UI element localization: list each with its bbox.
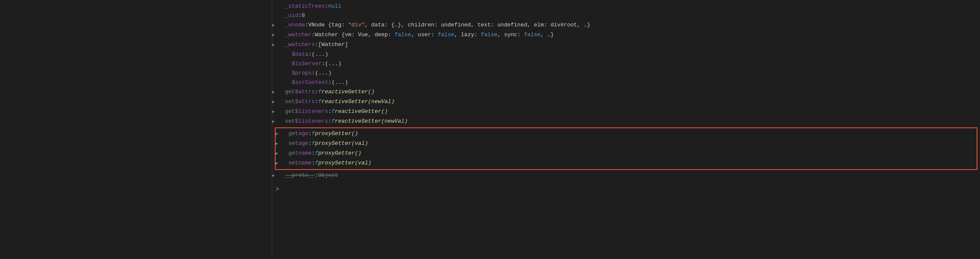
value: (...)	[315, 69, 332, 78]
expand-arrow[interactable]	[276, 159, 282, 168]
expand-arrow[interactable]	[272, 98, 278, 107]
func-keyword: f	[318, 87, 322, 97]
prop-name-name: name	[298, 158, 311, 168]
prop-name: _uid	[285, 11, 298, 20]
code-line: get $listeners : f reactiveGetter()	[272, 107, 980, 117]
func-name: reactiveGetter()	[322, 87, 375, 97]
colon: :	[308, 139, 312, 148]
expand-arrow[interactable]	[272, 107, 278, 117]
console-prompt-icon[interactable]: >	[276, 186, 279, 193]
bottom-prompt-line: >	[272, 184, 980, 194]
colon: :	[298, 11, 302, 20]
expand-arrow[interactable]	[272, 117, 278, 127]
colon: :	[312, 149, 315, 158]
colon: :	[325, 2, 328, 11]
value: (...)	[325, 59, 342, 69]
prop-name: $listeners	[295, 117, 328, 126]
get-set-keyword: set	[288, 158, 298, 168]
prop-name: $attrs	[295, 87, 315, 97]
colon: :	[328, 78, 332, 87]
expand-arrow[interactable]	[272, 31, 278, 40]
code-line: _watcher : Watcher {vm: Vue, deep: false…	[272, 30, 980, 40]
colon: :	[311, 30, 315, 40]
func-keyword: f	[331, 107, 335, 116]
colon: :	[315, 171, 318, 180]
code-line: $props : (...)	[272, 69, 980, 78]
code-line: _staticTrees : null	[272, 2, 980, 11]
get-set-keyword: set	[285, 97, 295, 106]
func-name: proxySetter(val)	[318, 158, 371, 168]
prop-name: _staticTrees	[285, 2, 325, 11]
colon: :	[328, 107, 331, 116]
code-line: _uid : 0	[272, 11, 980, 20]
prop-name: $attrs	[295, 97, 315, 106]
prop-name: _watchers	[285, 40, 315, 49]
code-line: set $attrs : f reactiveSetter(newVal)	[272, 97, 980, 107]
expand-arrow[interactable]	[276, 149, 282, 158]
func-name: reactiveSetter(newVal)	[322, 97, 395, 106]
expand-arrow[interactable]	[276, 130, 282, 139]
prop-name-age: age	[298, 139, 308, 148]
prop-name-proto: __proto__	[285, 171, 315, 180]
value: 0	[302, 11, 305, 20]
prop-name: $data	[292, 50, 308, 59]
colon: :	[308, 129, 312, 138]
colon: :	[322, 59, 325, 69]
func-name: reactiveGetter()	[335, 107, 388, 116]
colon: :	[308, 50, 312, 59]
value: VNode {tag: "div", data: {…}, children: …	[308, 20, 590, 30]
right-panel: _staticTrees : null _uid : 0 _vnode : VN…	[272, 0, 980, 259]
expand-arrow[interactable]	[272, 40, 278, 50]
prop-name: $isServer	[292, 59, 322, 69]
value: (...)	[332, 78, 348, 87]
value-proto: Object	[318, 171, 338, 180]
func-keyword: f	[331, 117, 335, 126]
value: Watcher {vm: Vue, deep: false, user: fal…	[315, 30, 554, 40]
get-set-keyword: set	[285, 117, 295, 126]
get-set-keyword: set	[288, 139, 298, 148]
code-line: get $attrs : f reactiveGetter()	[272, 87, 980, 97]
colon: :	[315, 40, 318, 49]
code-lines: _staticTrees : null _uid : 0 _vnode : VN…	[272, 0, 980, 182]
code-line-set-age: set age : f proxySetter(val)	[276, 139, 977, 149]
code-line-get-age: get age : f proxyGetter()	[276, 129, 977, 139]
code-line: $isServer : (...)	[272, 59, 980, 69]
colon: :	[328, 117, 331, 126]
expand-arrow[interactable]	[272, 21, 278, 30]
colon: :	[312, 158, 315, 168]
colon: :	[315, 97, 318, 106]
prop-name: $listeners	[295, 107, 328, 116]
colon: :	[305, 20, 308, 30]
code-line: $ssrContext : (...)	[272, 78, 980, 87]
get-set-keyword: get	[285, 107, 295, 116]
prop-name-age: age	[298, 129, 308, 138]
func-name: proxyGetter()	[315, 129, 358, 138]
colon: :	[315, 87, 318, 97]
code-line-get-name: get name : f proxyGetter()	[276, 149, 977, 158]
colon: :	[312, 69, 315, 78]
value: (...)	[312, 50, 328, 59]
code-line: $data : (...)	[272, 50, 980, 59]
expand-arrow[interactable]	[272, 171, 278, 181]
get-set-keyword: get	[285, 87, 295, 97]
code-line: _vnode : VNode {tag: "div", data: {…}, c…	[272, 20, 980, 30]
value: null	[328, 2, 341, 11]
devtools-container: _staticTrees : null _uid : 0 _vnode : VN…	[0, 0, 980, 259]
prop-name-name: name	[298, 149, 311, 158]
func-keyword: f	[318, 97, 322, 106]
code-line-proto: __proto__ : Object	[272, 171, 980, 181]
prop-name: $ssrContext	[292, 78, 328, 87]
func-name: proxyGetter()	[318, 149, 361, 158]
get-set-keyword: get	[288, 129, 298, 138]
expand-arrow[interactable]	[276, 139, 282, 149]
left-panel	[0, 0, 272, 259]
expand-arrow[interactable]	[272, 88, 278, 97]
prop-name: _watcher	[285, 30, 311, 40]
value: [Watcher]	[318, 40, 348, 49]
code-line-set-name: set name : f proxySetter(val)	[276, 158, 977, 168]
func-name: proxySetter(val)	[315, 139, 368, 148]
func-name: reactiveSetter(newVal)	[335, 117, 408, 126]
get-set-keyword: get	[288, 149, 298, 158]
prop-name: $props	[292, 69, 312, 78]
code-line: set $listeners : f reactiveSetter(newVal…	[272, 117, 980, 127]
